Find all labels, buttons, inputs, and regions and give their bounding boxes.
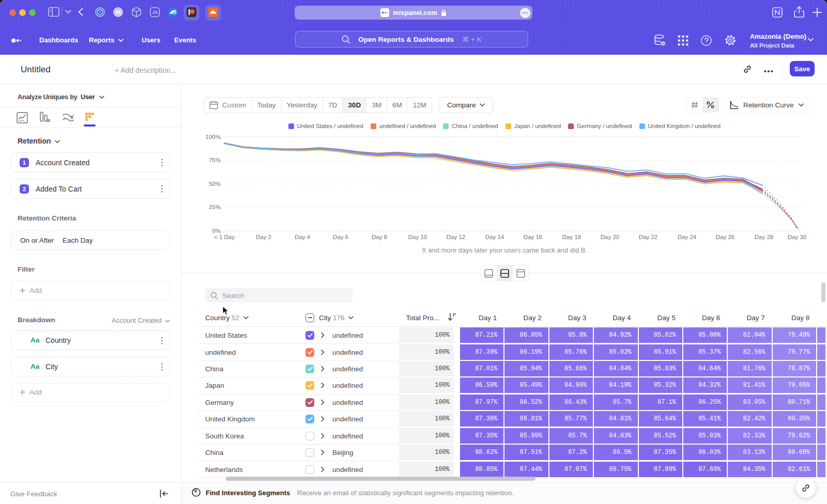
svg-text:50%: 50% bbox=[209, 181, 221, 187]
svg-text:Day 18: Day 18 bbox=[562, 234, 581, 240]
svg-text:0%: 0% bbox=[212, 228, 221, 234]
svg-text:Day 28: Day 28 bbox=[755, 234, 773, 240]
svg-text:Day 14: Day 14 bbox=[485, 234, 504, 240]
svg-text:Day 12: Day 12 bbox=[447, 234, 465, 240]
svg-text:Day 24: Day 24 bbox=[678, 234, 697, 240]
svg-text:Day 8: Day 8 bbox=[372, 234, 387, 240]
svg-text:Day 26: Day 26 bbox=[716, 234, 734, 240]
svg-text:Day 22: Day 22 bbox=[639, 234, 657, 240]
svg-text:Day 6: Day 6 bbox=[333, 234, 348, 240]
svg-text:Day 20: Day 20 bbox=[601, 234, 619, 240]
svg-text:Day 16: Day 16 bbox=[524, 234, 542, 240]
svg-text:Day 30: Day 30 bbox=[788, 234, 806, 240]
svg-text:100%: 100% bbox=[206, 134, 221, 140]
svg-text:< 1 Day: < 1 Day bbox=[214, 234, 235, 240]
svg-text:75%: 75% bbox=[209, 157, 221, 163]
svg-text:Day 4: Day 4 bbox=[295, 234, 311, 240]
svg-text:Day 10: Day 10 bbox=[408, 234, 427, 240]
svg-text:Day 2: Day 2 bbox=[256, 234, 271, 240]
svg-text:25%: 25% bbox=[209, 204, 221, 210]
